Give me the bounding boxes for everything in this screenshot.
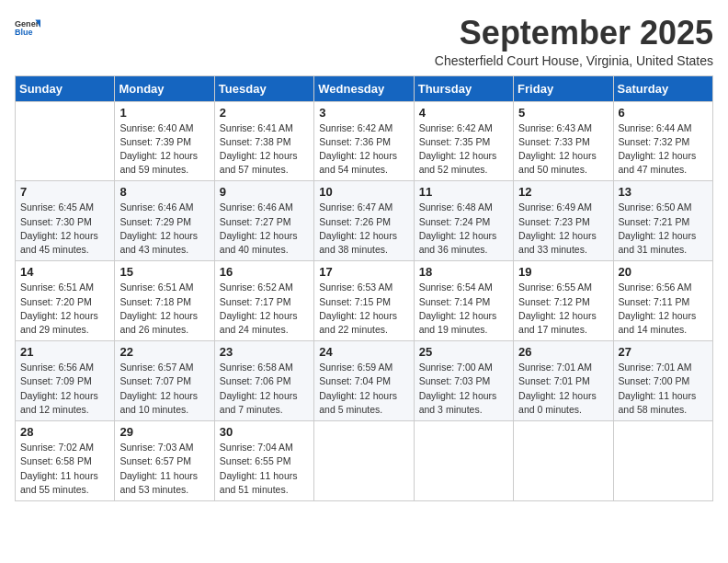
calendar-cell: 22Sunrise: 6:57 AMSunset: 7:07 PMDayligh… — [115, 341, 214, 421]
day-number: 19 — [518, 265, 608, 279]
day-info: Sunrise: 6:51 AMSunset: 7:18 PMDaylight:… — [119, 281, 209, 337]
day-info: Sunrise: 6:56 AMSunset: 7:09 PMDaylight:… — [20, 361, 109, 417]
weekday-header: Sunday — [16, 75, 115, 101]
calendar-cell: 29Sunrise: 7:03 AMSunset: 6:57 PMDayligh… — [115, 421, 214, 501]
calendar-cell: 13Sunrise: 6:50 AMSunset: 7:21 PMDayligh… — [613, 181, 712, 261]
day-number: 22 — [119, 345, 209, 359]
day-number: 8 — [119, 185, 209, 199]
calendar-cell: 28Sunrise: 7:02 AMSunset: 6:58 PMDayligh… — [16, 421, 115, 501]
calendar-cell: 21Sunrise: 6:56 AMSunset: 7:09 PMDayligh… — [16, 341, 115, 421]
calendar-cell: 1Sunrise: 6:40 AMSunset: 7:39 PMDaylight… — [115, 101, 214, 181]
calendar-week-row: 28Sunrise: 7:02 AMSunset: 6:58 PMDayligh… — [16, 421, 713, 501]
day-number: 27 — [619, 345, 708, 359]
weekday-header: Saturday — [613, 75, 712, 101]
day-info: Sunrise: 6:54 AMSunset: 7:14 PMDaylight:… — [419, 281, 508, 337]
day-info: Sunrise: 7:03 AMSunset: 6:57 PMDaylight:… — [119, 441, 209, 497]
weekday-header: Monday — [115, 75, 214, 101]
calendar-cell: 19Sunrise: 6:55 AMSunset: 7:12 PMDayligh… — [514, 261, 613, 341]
day-info: Sunrise: 6:42 AMSunset: 7:35 PMDaylight:… — [419, 121, 508, 178]
calendar-cell: 4Sunrise: 6:42 AMSunset: 7:35 PMDaylight… — [414, 101, 513, 181]
day-number: 23 — [220, 345, 309, 359]
weekday-header: Wednesday — [314, 75, 414, 101]
weekday-header: Friday — [514, 75, 613, 101]
logo: General Blue — [15, 15, 40, 40]
calendar-cell: 14Sunrise: 6:51 AMSunset: 7:20 PMDayligh… — [16, 261, 115, 341]
month-title: September 2025 — [435, 15, 713, 52]
calendar-cell: 6Sunrise: 6:44 AMSunset: 7:32 PMDaylight… — [613, 101, 712, 181]
day-info: Sunrise: 6:40 AMSunset: 7:39 PMDaylight:… — [119, 121, 209, 178]
page-header: General Blue September 2025 Chesterfield… — [15, 15, 713, 68]
day-info: Sunrise: 7:02 AMSunset: 6:58 PMDaylight:… — [20, 441, 109, 497]
day-info: Sunrise: 6:53 AMSunset: 7:15 PMDaylight:… — [319, 281, 408, 337]
day-info: Sunrise: 7:01 AMSunset: 7:01 PMDaylight:… — [518, 361, 608, 417]
calendar-week-row: 1Sunrise: 6:40 AMSunset: 7:39 PMDaylight… — [16, 101, 713, 181]
calendar-table: SundayMondayTuesdayWednesdayThursdayFrid… — [15, 75, 713, 501]
calendar-cell: 11Sunrise: 6:48 AMSunset: 7:24 PMDayligh… — [414, 181, 513, 261]
day-number: 25 — [419, 345, 508, 359]
day-number: 10 — [319, 185, 408, 199]
day-info: Sunrise: 6:57 AMSunset: 7:07 PMDaylight:… — [119, 361, 209, 417]
weekday-header-row: SundayMondayTuesdayWednesdayThursdayFrid… — [16, 75, 713, 101]
logo-icon: General Blue — [15, 15, 40, 40]
title-block: September 2025 Chesterfield Court House,… — [435, 15, 713, 68]
day-info: Sunrise: 6:55 AMSunset: 7:12 PMDaylight:… — [518, 281, 608, 337]
day-info: Sunrise: 6:43 AMSunset: 7:33 PMDaylight:… — [518, 121, 608, 178]
day-number: 3 — [319, 106, 408, 120]
calendar-cell: 23Sunrise: 6:58 AMSunset: 7:06 PMDayligh… — [214, 341, 313, 421]
calendar-cell: 8Sunrise: 6:46 AMSunset: 7:29 PMDaylight… — [115, 181, 214, 261]
location: Chesterfield Court House, Virginia, Unit… — [435, 53, 713, 68]
calendar-cell — [414, 421, 513, 501]
day-info: Sunrise: 6:41 AMSunset: 7:38 PMDaylight:… — [220, 121, 309, 178]
day-info: Sunrise: 6:59 AMSunset: 7:04 PMDaylight:… — [319, 361, 408, 417]
day-info: Sunrise: 6:56 AMSunset: 7:11 PMDaylight:… — [619, 281, 708, 337]
day-number: 29 — [119, 425, 209, 439]
day-info: Sunrise: 6:52 AMSunset: 7:17 PMDaylight:… — [220, 281, 309, 337]
calendar-cell: 24Sunrise: 6:59 AMSunset: 7:04 PMDayligh… — [314, 341, 414, 421]
day-number: 24 — [319, 345, 408, 359]
day-number: 11 — [419, 185, 508, 199]
day-number: 26 — [518, 345, 608, 359]
day-number: 17 — [319, 265, 408, 279]
calendar-cell — [16, 101, 115, 181]
svg-text:Blue: Blue — [15, 28, 33, 37]
day-number: 9 — [220, 185, 309, 199]
day-info: Sunrise: 6:49 AMSunset: 7:23 PMDaylight:… — [518, 201, 608, 257]
day-info: Sunrise: 6:44 AMSunset: 7:32 PMDaylight:… — [619, 121, 708, 178]
day-number: 21 — [20, 345, 109, 359]
day-number: 7 — [20, 185, 109, 199]
calendar-cell: 20Sunrise: 6:56 AMSunset: 7:11 PMDayligh… — [613, 261, 712, 341]
calendar-week-row: 14Sunrise: 6:51 AMSunset: 7:20 PMDayligh… — [16, 261, 713, 341]
day-number: 30 — [220, 425, 309, 439]
calendar-week-row: 21Sunrise: 6:56 AMSunset: 7:09 PMDayligh… — [16, 341, 713, 421]
calendar-cell — [314, 421, 414, 501]
day-number: 18 — [419, 265, 508, 279]
day-info: Sunrise: 6:46 AMSunset: 7:27 PMDaylight:… — [220, 201, 309, 257]
calendar-cell: 2Sunrise: 6:41 AMSunset: 7:38 PMDaylight… — [214, 101, 313, 181]
day-info: Sunrise: 6:48 AMSunset: 7:24 PMDaylight:… — [419, 201, 508, 257]
day-info: Sunrise: 6:45 AMSunset: 7:30 PMDaylight:… — [20, 201, 109, 257]
calendar-cell: 27Sunrise: 7:01 AMSunset: 7:00 PMDayligh… — [613, 341, 712, 421]
calendar-cell: 17Sunrise: 6:53 AMSunset: 7:15 PMDayligh… — [314, 261, 414, 341]
calendar-cell: 5Sunrise: 6:43 AMSunset: 7:33 PMDaylight… — [514, 101, 613, 181]
day-number: 13 — [619, 185, 708, 199]
calendar-cell: 26Sunrise: 7:01 AMSunset: 7:01 PMDayligh… — [514, 341, 613, 421]
calendar-cell: 12Sunrise: 6:49 AMSunset: 7:23 PMDayligh… — [514, 181, 613, 261]
calendar-cell: 18Sunrise: 6:54 AMSunset: 7:14 PMDayligh… — [414, 261, 513, 341]
day-number: 6 — [619, 106, 708, 120]
day-number: 15 — [119, 265, 209, 279]
calendar-cell: 10Sunrise: 6:47 AMSunset: 7:26 PMDayligh… — [314, 181, 414, 261]
day-number: 2 — [220, 106, 309, 120]
calendar-week-row: 7Sunrise: 6:45 AMSunset: 7:30 PMDaylight… — [16, 181, 713, 261]
calendar-cell: 25Sunrise: 7:00 AMSunset: 7:03 PMDayligh… — [414, 341, 513, 421]
day-number: 28 — [20, 425, 109, 439]
day-info: Sunrise: 6:51 AMSunset: 7:20 PMDaylight:… — [20, 281, 109, 337]
calendar-cell — [514, 421, 613, 501]
calendar-cell — [613, 421, 712, 501]
day-number: 12 — [518, 185, 608, 199]
day-number: 20 — [619, 265, 708, 279]
calendar-cell: 15Sunrise: 6:51 AMSunset: 7:18 PMDayligh… — [115, 261, 214, 341]
day-number: 4 — [419, 106, 508, 120]
calendar-cell: 9Sunrise: 6:46 AMSunset: 7:27 PMDaylight… — [214, 181, 313, 261]
day-info: Sunrise: 7:04 AMSunset: 6:55 PMDaylight:… — [220, 441, 309, 497]
calendar-cell: 16Sunrise: 6:52 AMSunset: 7:17 PMDayligh… — [214, 261, 313, 341]
